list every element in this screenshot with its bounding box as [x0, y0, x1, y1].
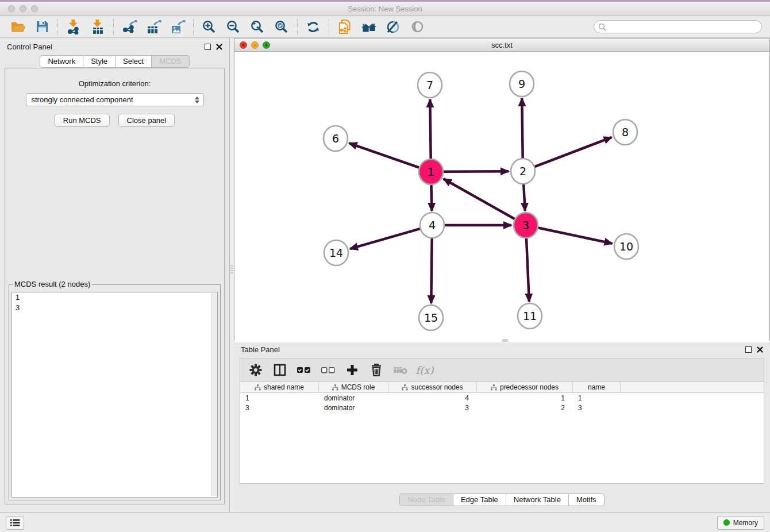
- graph-edge-3-11[interactable]: [526, 238, 529, 302]
- graph-edge-3-10[interactable]: [538, 228, 613, 244]
- table-cell[interactable]: 3: [388, 403, 477, 413]
- deselect-all-icon[interactable]: [318, 360, 338, 380]
- graph-edge-1-2[interactable]: [444, 171, 509, 172]
- import-table-icon[interactable]: [86, 18, 110, 36]
- export-image-icon[interactable]: [165, 18, 190, 36]
- network-minimize-button[interactable]: −: [251, 41, 259, 49]
- graph-node-14[interactable]: 14: [324, 240, 348, 265]
- graph-node-11[interactable]: 11: [518, 303, 542, 329]
- table-cell[interactable]: 1: [477, 393, 573, 403]
- optimization-criterion-select[interactable]: strongly connected component: [26, 93, 204, 106]
- network-close-button[interactable]: ×: [240, 41, 247, 49]
- graph-node-15[interactable]: 15: [419, 305, 443, 330]
- panel-splitter[interactable]: [230, 38, 234, 512]
- graph-edge-2-3[interactable]: [523, 184, 525, 211]
- graph-node-3[interactable]: 3: [514, 213, 538, 238]
- result-item[interactable]: 3: [12, 303, 217, 313]
- export-network-icon[interactable]: [117, 18, 141, 36]
- graph-node-1[interactable]: 1: [419, 159, 443, 184]
- memory-button[interactable]: Memory: [717, 516, 764, 530]
- table-settings-gear-icon[interactable]: [246, 360, 265, 380]
- graph-edge-1-7[interactable]: [430, 99, 430, 159]
- task-history-button[interactable]: [6, 516, 24, 530]
- import-network-icon[interactable]: [61, 18, 86, 36]
- close-panel-icon[interactable]: [216, 44, 222, 50]
- table-cell[interactable]: 3: [573, 403, 621, 413]
- table-row[interactable]: 1dominator411: [240, 393, 764, 403]
- tab-mcds[interactable]: MCDS: [152, 55, 189, 68]
- float-table-panel-icon[interactable]: [745, 346, 752, 353]
- refresh-icon[interactable]: [301, 18, 325, 36]
- run-mcds-button[interactable]: Run MCDS: [55, 114, 110, 127]
- graph-node-8[interactable]: 8: [613, 119, 637, 145]
- graph-edge-1-6[interactable]: [349, 143, 419, 167]
- select-all-icon[interactable]: [294, 360, 314, 380]
- tab-style[interactable]: Style: [83, 55, 116, 68]
- search-input[interactable]: [609, 23, 761, 31]
- zoom-out-icon[interactable]: [221, 18, 245, 36]
- tab-network[interactable]: Network: [40, 55, 83, 68]
- column-header-name[interactable]: name: [573, 382, 621, 392]
- table-cell[interactable]: 2: [477, 403, 573, 413]
- column-header-predecessor-nodes[interactable]: predecessor nodes: [477, 382, 573, 392]
- zoom-selected-icon[interactable]: [270, 18, 294, 36]
- column-header-shared-name[interactable]: shared name: [240, 382, 319, 392]
- table-cell[interactable]: 1: [240, 393, 319, 403]
- save-session-icon[interactable]: [30, 18, 54, 36]
- table-row[interactable]: 3dominator323: [240, 403, 764, 413]
- table-cell[interactable]: 4: [388, 393, 477, 403]
- graph-edge-2-9[interactable]: [522, 98, 522, 159]
- export-table-icon[interactable]: [141, 18, 165, 36]
- tab-node-table[interactable]: Node Table: [399, 494, 453, 506]
- overview-eye-icon[interactable]: [405, 18, 429, 36]
- table-cell[interactable]: 1: [573, 393, 621, 403]
- column-flat-icon: [255, 384, 261, 391]
- close-panel-button[interactable]: Close panel: [118, 114, 175, 127]
- zoom-in-icon[interactable]: [197, 18, 221, 36]
- graph-node-2[interactable]: 2: [511, 159, 535, 184]
- tab-network-table[interactable]: Network Table: [506, 494, 569, 506]
- canvas-hscroll-thumb[interactable]: [502, 339, 508, 342]
- graph-edge-2-8[interactable]: [535, 137, 612, 167]
- network-canvas[interactable]: 1234678910111415: [234, 52, 769, 342]
- close-table-panel-icon[interactable]: [757, 346, 763, 353]
- graph-edge-3-1[interactable]: [444, 179, 515, 219]
- mcds-result-group: MCDS result (2 nodes) 13: [9, 284, 221, 500]
- add-column-icon[interactable]: [342, 360, 362, 380]
- table-cell[interactable]: 3: [240, 403, 319, 413]
- graph-node-6[interactable]: 6: [324, 126, 348, 151]
- zoom-fit-icon[interactable]: [245, 18, 270, 36]
- node-table[interactable]: shared nameMCDS rolesuccessor nodesprede…: [240, 382, 764, 484]
- graph-node-7[interactable]: 7: [418, 72, 442, 98]
- network-maximize-button[interactable]: +: [263, 41, 270, 49]
- column-header-successor-nodes[interactable]: successor nodes: [388, 382, 477, 392]
- graph-node-9[interactable]: 9: [510, 71, 534, 97]
- tab-motifs[interactable]: Motifs: [569, 494, 605, 506]
- optimization-criterion-label: Optimization criterion:: [5, 79, 224, 88]
- graph-edge-4-14[interactable]: [350, 229, 420, 249]
- copy-network-icon[interactable]: [333, 18, 357, 36]
- graph-node-4[interactable]: 4: [420, 213, 444, 238]
- home-networks-icon[interactable]: [357, 18, 381, 36]
- table-cell[interactable]: dominator: [319, 393, 388, 403]
- open-session-icon[interactable]: [6, 18, 30, 36]
- show-columns-icon[interactable]: [270, 360, 290, 380]
- float-panel-icon[interactable]: [205, 44, 211, 50]
- graphics-details-icon[interactable]: [381, 18, 405, 36]
- svg-text:14: 14: [329, 246, 343, 259]
- delete-column-trash-icon[interactable]: [367, 360, 386, 380]
- search-box[interactable]: [594, 20, 762, 33]
- svg-text:15: 15: [424, 311, 438, 324]
- graph-edge-4-15[interactable]: [431, 238, 432, 303]
- result-scrollbar[interactable]: [211, 293, 217, 496]
- svg-text:7: 7: [426, 79, 433, 91]
- column-header-MCDS-role[interactable]: MCDS role: [319, 382, 388, 392]
- tab-edge-table[interactable]: Edge Table: [453, 494, 506, 506]
- graph-edge-1-4[interactable]: [431, 184, 432, 211]
- mcds-result-list[interactable]: 13: [11, 292, 218, 498]
- tab-select[interactable]: Select: [116, 55, 152, 68]
- svg-text:2: 2: [519, 165, 526, 178]
- result-item[interactable]: 1: [12, 292, 217, 303]
- graph-node-10[interactable]: 10: [614, 234, 638, 259]
- table-cell[interactable]: dominator: [319, 403, 388, 413]
